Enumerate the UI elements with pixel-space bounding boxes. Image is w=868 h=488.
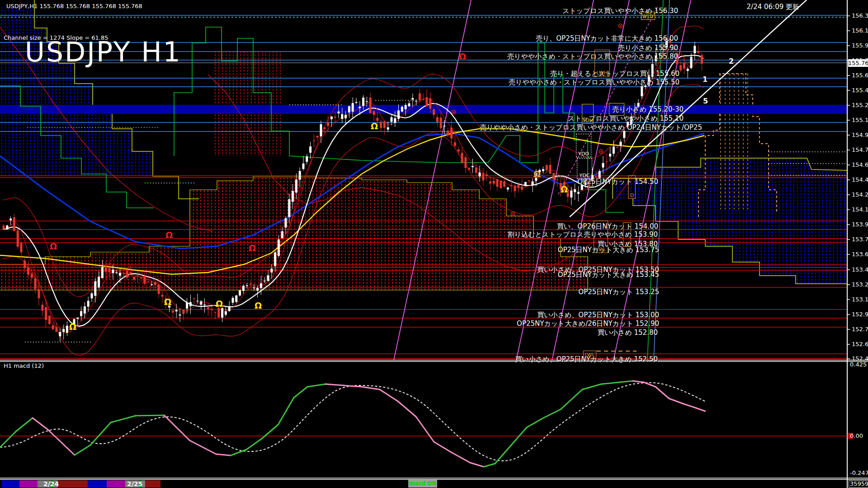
macd-axis-label-2: -0.247: [850, 469, 868, 476]
price-axis-label-15: 153.785: [852, 236, 868, 243]
wave-label-5: 5: [703, 97, 708, 105]
annotation-line-0: ストップロス買いやや小さめ 156.30: [562, 7, 678, 15]
price-axis-label-14: 153.950: [852, 221, 868, 228]
price-axis-label-0: 156.300: [852, 12, 868, 19]
annotation-line-13: OP25日NYカット大きめ 153.75: [558, 246, 659, 254]
omega-marker-red-0: Ω: [50, 241, 57, 251]
annotation-line-4: 売り・超えるとストップロス買い 155.60: [550, 70, 679, 78]
macd-axis-label-1: 0.00: [850, 432, 863, 439]
price-axis-label-19: 153.115: [852, 296, 868, 303]
omega-marker-orange-0: Ω: [533, 169, 541, 179]
pivot-box-YDH: YDH: [582, 104, 594, 124]
annotation-line-19: 買い小さめ 152.80: [598, 328, 658, 337]
price-axis-label-16: 153.615: [852, 251, 868, 258]
pivot-box-YDL: YDL: [594, 221, 608, 253]
price-axis-label-9: 154.790: [852, 146, 868, 153]
annotation-line-8: 売りやや小さめ・ストップロス買いやや小さめ OP24日NYカット/OP25: [480, 123, 702, 132]
annotation-line-16: OP25日NYカット 153.25: [578, 288, 659, 296]
omega-marker-yellow-1: Ω: [164, 297, 171, 307]
pivot-box-LWH: LWH: [594, 50, 610, 76]
price-axis-label-10: 154.625: [852, 161, 868, 168]
price-axis-label-4: 155.630: [852, 72, 868, 79]
pivot-box-4: [609, 103, 624, 116]
omega-marker-red-2: Ω: [249, 243, 256, 253]
session-label-2-24: 2/24: [43, 480, 59, 488]
annotation-line-11: 割り込むとストップロス売りやや小さめ 153.90: [508, 230, 658, 239]
circle-dot-marker-0: ⊙: [618, 22, 623, 30]
pivot-box-LWL: LWL: [583, 351, 596, 358]
circle-dot-marker-1: ⊙: [451, 108, 457, 116]
macd-indicator-label: H1 macd (12): [4, 362, 44, 369]
price-axis-label-1: 156.130: [852, 27, 868, 34]
current-price-box: 155.768: [848, 59, 868, 67]
annotation-line-18: OP25NYカット大きめ/26日NYカット 152.90: [517, 319, 659, 328]
price-axis-label-5: 155.460: [852, 87, 868, 94]
price-axis-label-22: 152.610: [852, 341, 868, 347]
omega-marker-yellow-3: Ω: [255, 300, 262, 310]
omega-marker-red-3: Ω: [459, 52, 466, 61]
annotation-line-3: 売りやや小さめ・ストップロス買いやや小さめ 155.80: [507, 52, 678, 61]
omega-marker-yellow-4: Ω: [371, 121, 378, 131]
wave-label-2: 2: [729, 57, 734, 66]
trading-app-window: USDJPY,H1 155.768 155.768 155.768 155.76…: [0, 0, 868, 488]
macd-toggle-button[interactable]: macd ON: [408, 480, 437, 488]
price-axis-label-13: 154.120: [852, 206, 868, 213]
price-axis-label-21: 152.780: [852, 326, 868, 333]
wave-label-1: 1: [703, 75, 708, 84]
omega-marker-yellow-5: Ω: [561, 184, 568, 194]
price-axis-label-8: 154.960: [852, 131, 868, 138]
price-axis-label-18: 153.280: [852, 281, 868, 288]
annotation-line-5: 売りやや小さめ・ストップロス買いやや小さめ 155.50: [509, 78, 679, 87]
pivot-box-D: D: [628, 175, 636, 199]
price-axis-label-12: 154.285: [852, 191, 868, 198]
status-bar-value: 35959: [849, 480, 868, 488]
circle-dot-marker-2: ⊙: [510, 210, 516, 218]
session-label-2-25: 2/25: [127, 480, 142, 488]
price-axis-label-11: 154.455: [852, 176, 868, 183]
symbol-info: USDJPY,H1 155.768 155.768 155.768 155.76…: [6, 3, 142, 9]
annotation-line-1: 売り、OP25日NYカット非常に大きめ 156.00: [536, 34, 678, 43]
main-chart[interactable]: [0, 0, 868, 488]
macd-axis-label-0: 0.425: [850, 361, 867, 368]
pivot-box-D: D: [648, 12, 655, 20]
omega-marker-yellow-0: Ω: [69, 322, 76, 332]
annotation-line-15: OP25日NYカット大きめ 153.45: [558, 271, 659, 279]
pivot-box-YDC: YDC: [577, 158, 592, 179]
omega-marker-red-1: Ω: [165, 230, 173, 240]
omega-marker-yellow-2: Ω: [216, 299, 223, 309]
annotation-line-17: 買い小さめ、OP25日NYカット 153.00: [537, 311, 659, 319]
price-axis-label-2: 155.965: [852, 42, 868, 49]
price-axis-label-7: 155.125: [852, 117, 868, 123]
pivot-box-W: W: [641, 12, 648, 20]
price-axis-label-20: 152.945: [852, 311, 868, 318]
circle-dot-marker-3: ⊙: [598, 147, 604, 155]
last-update-time: 2/24 06:09 更新: [747, 3, 799, 11]
chart-watermark: USDJPY H1: [25, 36, 182, 68]
annotation-line-2: 売り小さめ 155.90: [618, 44, 678, 52]
pivot-box-9: [623, 222, 631, 247]
price-axis-label-6: 155.295: [852, 102, 868, 108]
pivot-box-YDO: YDO: [576, 134, 591, 157]
price-axis-label-17: 153.450: [852, 266, 868, 273]
